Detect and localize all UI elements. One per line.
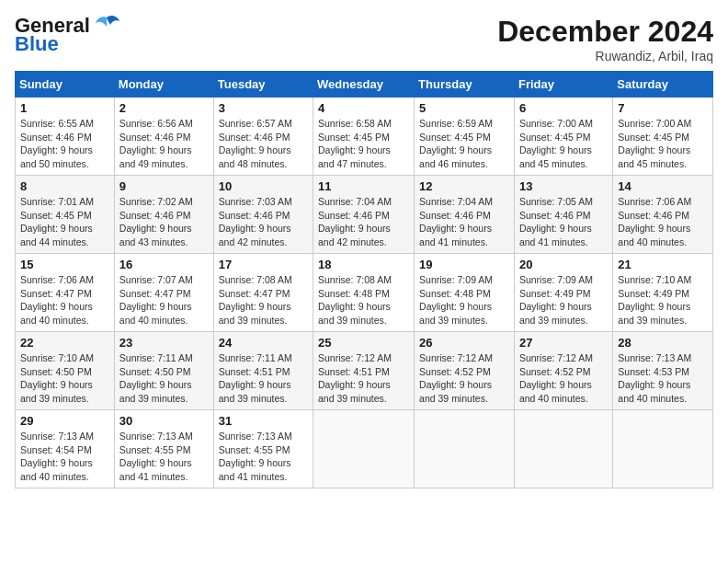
calendar-cell: 24Sunrise: 7:11 AMSunset: 4:51 PMDayligh… bbox=[213, 332, 313, 410]
calendar-cell: 8Sunrise: 7:01 AMSunset: 4:45 PMDaylight… bbox=[16, 176, 115, 254]
day-number: 4 bbox=[318, 101, 409, 115]
day-number: 19 bbox=[419, 258, 509, 271]
col-header-friday: Friday bbox=[514, 72, 612, 98]
day-info: Sunrise: 7:07 AMSunset: 4:47 PMDaylight:… bbox=[119, 274, 193, 326]
calendar-cell: 14Sunrise: 7:06 AMSunset: 4:46 PMDayligh… bbox=[613, 176, 713, 254]
calendar-cell: 12Sunrise: 7:04 AMSunset: 4:46 PMDayligh… bbox=[415, 176, 515, 254]
calendar-week-row: 22Sunrise: 7:10 AMSunset: 4:50 PMDayligh… bbox=[16, 332, 713, 410]
calendar-cell: 1Sunrise: 6:55 AMSunset: 4:46 PMDaylight… bbox=[16, 98, 115, 176]
day-number: 20 bbox=[519, 258, 608, 271]
calendar-cell: 13Sunrise: 7:05 AMSunset: 4:46 PMDayligh… bbox=[514, 176, 612, 254]
day-number: 10 bbox=[219, 179, 308, 193]
calendar-cell: 5Sunrise: 6:59 AMSunset: 4:45 PMDaylight… bbox=[415, 98, 515, 176]
day-info: Sunrise: 6:55 AMSunset: 4:46 PMDaylight:… bbox=[20, 118, 94, 169]
day-number: 6 bbox=[519, 101, 608, 115]
calendar-cell: 25Sunrise: 7:12 AMSunset: 4:51 PMDayligh… bbox=[313, 332, 415, 410]
calendar-week-row: 8Sunrise: 7:01 AMSunset: 4:45 PMDaylight… bbox=[16, 176, 713, 254]
location: Ruwandiz, Arbil, Iraq bbox=[497, 49, 713, 63]
day-info: Sunrise: 7:13 AMSunset: 4:55 PMDaylight:… bbox=[219, 431, 292, 482]
day-number: 25 bbox=[318, 336, 409, 350]
logo-bird-icon bbox=[94, 14, 119, 32]
day-info: Sunrise: 7:00 AMSunset: 4:45 PMDaylight:… bbox=[519, 118, 593, 169]
logo: General Blue bbox=[15, 15, 119, 55]
calendar-cell: 7Sunrise: 7:00 AMSunset: 4:45 PMDaylight… bbox=[613, 98, 713, 176]
day-info: Sunrise: 7:13 AMSunset: 4:55 PMDaylight:… bbox=[119, 431, 193, 482]
day-info: Sunrise: 7:12 AMSunset: 4:52 PMDaylight:… bbox=[519, 352, 593, 404]
day-number: 8 bbox=[20, 179, 109, 193]
month-title: December 2024 bbox=[497, 15, 713, 49]
day-number: 17 bbox=[219, 258, 308, 271]
calendar-cell: 23Sunrise: 7:11 AMSunset: 4:50 PMDayligh… bbox=[114, 332, 213, 410]
day-number: 31 bbox=[219, 414, 308, 428]
calendar-week-row: 29Sunrise: 7:13 AMSunset: 4:54 PMDayligh… bbox=[16, 410, 713, 488]
calendar-cell: 4Sunrise: 6:58 AMSunset: 4:45 PMDaylight… bbox=[313, 98, 415, 176]
day-info: Sunrise: 7:01 AMSunset: 4:45 PMDaylight:… bbox=[20, 196, 94, 247]
day-number: 24 bbox=[219, 336, 308, 350]
day-info: Sunrise: 7:12 AMSunset: 4:51 PMDaylight:… bbox=[318, 352, 392, 404]
calendar-cell: 17Sunrise: 7:08 AMSunset: 4:47 PMDayligh… bbox=[213, 254, 313, 332]
calendar-cell: 16Sunrise: 7:07 AMSunset: 4:47 PMDayligh… bbox=[114, 254, 213, 332]
day-info: Sunrise: 7:03 AMSunset: 4:46 PMDaylight:… bbox=[219, 196, 292, 247]
day-number: 1 bbox=[20, 101, 109, 115]
calendar-cell: 31Sunrise: 7:13 AMSunset: 4:55 PMDayligh… bbox=[213, 410, 313, 488]
day-number: 7 bbox=[618, 101, 708, 115]
col-header-thursday: Thursday bbox=[415, 72, 515, 98]
day-info: Sunrise: 7:10 AMSunset: 4:49 PMDaylight:… bbox=[618, 274, 691, 326]
calendar-cell: 18Sunrise: 7:08 AMSunset: 4:48 PMDayligh… bbox=[313, 254, 415, 332]
calendar-cell: 22Sunrise: 7:10 AMSunset: 4:50 PMDayligh… bbox=[16, 332, 115, 410]
calendar-cell: 21Sunrise: 7:10 AMSunset: 4:49 PMDayligh… bbox=[613, 254, 713, 332]
calendar-cell: 28Sunrise: 7:13 AMSunset: 4:53 PMDayligh… bbox=[613, 332, 713, 410]
day-number: 15 bbox=[20, 258, 109, 271]
calendar-header-row: SundayMondayTuesdayWednesdayThursdayFrid… bbox=[16, 72, 713, 98]
day-number: 3 bbox=[219, 101, 308, 115]
day-info: Sunrise: 7:02 AMSunset: 4:46 PMDaylight:… bbox=[119, 196, 193, 247]
calendar-cell: 9Sunrise: 7:02 AMSunset: 4:46 PMDaylight… bbox=[114, 176, 213, 254]
day-number: 18 bbox=[318, 258, 409, 271]
day-info: Sunrise: 7:09 AMSunset: 4:49 PMDaylight:… bbox=[519, 274, 593, 326]
day-number: 29 bbox=[20, 414, 109, 428]
day-number: 13 bbox=[519, 179, 608, 193]
day-info: Sunrise: 7:13 AMSunset: 4:54 PMDaylight:… bbox=[20, 431, 94, 482]
day-info: Sunrise: 6:56 AMSunset: 4:46 PMDaylight:… bbox=[119, 118, 193, 169]
calendar-cell: 10Sunrise: 7:03 AMSunset: 4:46 PMDayligh… bbox=[213, 176, 313, 254]
logo-blue: Blue bbox=[15, 33, 59, 55]
calendar-cell: 3Sunrise: 6:57 AMSunset: 4:46 PMDaylight… bbox=[213, 98, 313, 176]
day-number: 21 bbox=[618, 258, 708, 271]
col-header-saturday: Saturday bbox=[613, 72, 713, 98]
day-number: 2 bbox=[119, 101, 209, 115]
day-number: 11 bbox=[318, 179, 409, 193]
calendar-cell bbox=[514, 410, 612, 488]
day-number: 16 bbox=[119, 258, 209, 271]
day-number: 28 bbox=[618, 336, 708, 350]
day-info: Sunrise: 7:06 AMSunset: 4:46 PMDaylight:… bbox=[618, 196, 691, 247]
day-info: Sunrise: 7:08 AMSunset: 4:47 PMDaylight:… bbox=[219, 274, 292, 326]
calendar-cell: 20Sunrise: 7:09 AMSunset: 4:49 PMDayligh… bbox=[514, 254, 612, 332]
day-number: 12 bbox=[419, 179, 509, 193]
calendar-cell: 26Sunrise: 7:12 AMSunset: 4:52 PMDayligh… bbox=[415, 332, 515, 410]
day-number: 5 bbox=[419, 101, 509, 115]
calendar-cell: 19Sunrise: 7:09 AMSunset: 4:48 PMDayligh… bbox=[415, 254, 515, 332]
day-number: 9 bbox=[119, 179, 209, 193]
day-info: Sunrise: 7:10 AMSunset: 4:50 PMDaylight:… bbox=[20, 352, 94, 404]
calendar-cell: 11Sunrise: 7:04 AMSunset: 4:46 PMDayligh… bbox=[313, 176, 415, 254]
day-info: Sunrise: 7:11 AMSunset: 4:50 PMDaylight:… bbox=[119, 352, 193, 404]
calendar-cell bbox=[313, 410, 415, 488]
calendar-cell bbox=[415, 410, 515, 488]
day-info: Sunrise: 7:08 AMSunset: 4:48 PMDaylight:… bbox=[318, 274, 392, 326]
day-number: 14 bbox=[618, 179, 708, 193]
day-info: Sunrise: 6:59 AMSunset: 4:45 PMDaylight:… bbox=[419, 118, 493, 169]
day-info: Sunrise: 7:00 AMSunset: 4:45 PMDaylight:… bbox=[618, 118, 691, 169]
col-header-tuesday: Tuesday bbox=[213, 72, 313, 98]
day-info: Sunrise: 7:09 AMSunset: 4:48 PMDaylight:… bbox=[419, 274, 493, 326]
day-info: Sunrise: 6:58 AMSunset: 4:45 PMDaylight:… bbox=[318, 118, 392, 169]
col-header-sunday: Sunday bbox=[16, 72, 115, 98]
day-info: Sunrise: 7:11 AMSunset: 4:51 PMDaylight:… bbox=[219, 352, 292, 404]
day-info: Sunrise: 7:06 AMSunset: 4:47 PMDaylight:… bbox=[20, 274, 94, 326]
calendar-week-row: 1Sunrise: 6:55 AMSunset: 4:46 PMDaylight… bbox=[16, 98, 713, 176]
day-info: Sunrise: 7:04 AMSunset: 4:46 PMDaylight:… bbox=[318, 196, 392, 247]
calendar-cell: 30Sunrise: 7:13 AMSunset: 4:55 PMDayligh… bbox=[114, 410, 213, 488]
day-number: 30 bbox=[119, 414, 209, 428]
title-block: December 2024 Ruwandiz, Arbil, Iraq bbox=[497, 15, 713, 63]
calendar-cell: 15Sunrise: 7:06 AMSunset: 4:47 PMDayligh… bbox=[16, 254, 115, 332]
page-header: General Blue December 2024 Ruwandiz, Arb… bbox=[15, 15, 713, 63]
